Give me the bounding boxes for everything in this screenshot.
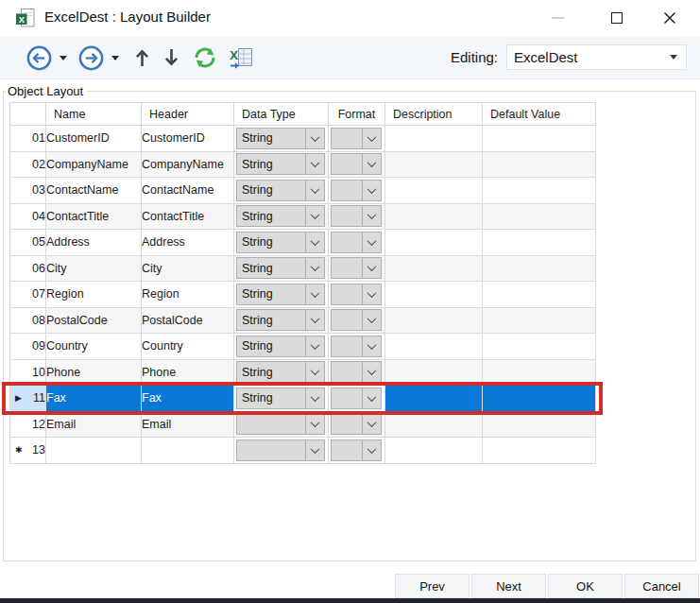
row-header-cell[interactable]: 12 bbox=[10, 411, 46, 438]
cell-header[interactable]: PostalCode bbox=[142, 307, 234, 334]
cell-description[interactable] bbox=[385, 438, 483, 464]
cell-name[interactable]: City bbox=[46, 255, 142, 282]
cell-default-value[interactable] bbox=[483, 334, 596, 360]
data-type-dropdown[interactable]: String bbox=[236, 153, 325, 175]
row-header-cell[interactable]: 05 bbox=[10, 230, 46, 256]
data-type-dropdown[interactable] bbox=[236, 413, 325, 435]
row-header-cell[interactable]: 03 bbox=[10, 178, 46, 204]
back-menu-button[interactable] bbox=[60, 56, 67, 60]
cell-name[interactable]: Fax bbox=[46, 386, 142, 412]
cell-header[interactable]: ContactName bbox=[142, 178, 234, 204]
format-dropdown[interactable] bbox=[331, 388, 382, 409]
ok-button[interactable]: OK bbox=[548, 574, 623, 598]
data-type-dropdown-button[interactable] bbox=[305, 129, 324, 148]
cell-default-value[interactable] bbox=[483, 203, 596, 230]
row-header-cell[interactable]: 07 bbox=[10, 282, 46, 308]
format-dropdown[interactable] bbox=[331, 128, 382, 149]
cell-description[interactable] bbox=[385, 307, 483, 334]
data-type-dropdown-button[interactable] bbox=[305, 233, 324, 252]
cell-description[interactable] bbox=[385, 386, 483, 412]
back-button[interactable] bbox=[26, 45, 52, 71]
cell-default-value[interactable] bbox=[483, 386, 596, 412]
cell-name[interactable]: Region bbox=[46, 282, 142, 308]
data-type-dropdown-button[interactable] bbox=[305, 154, 324, 174]
row-header-cell[interactable]: ▶11 bbox=[10, 386, 46, 412]
cell-description[interactable] bbox=[385, 334, 483, 360]
data-type-dropdown[interactable]: String bbox=[236, 388, 325, 409]
format-dropdown-button[interactable] bbox=[362, 414, 381, 434]
cell-default-value[interactable] bbox=[483, 126, 596, 152]
format-dropdown-button[interactable] bbox=[362, 181, 381, 200]
cell-default-value[interactable] bbox=[483, 282, 596, 308]
data-type-dropdown-button[interactable] bbox=[305, 258, 324, 278]
cell-description[interactable] bbox=[385, 178, 483, 204]
format-dropdown-button[interactable] bbox=[362, 310, 381, 330]
row-header-cell[interactable]: 10 bbox=[10, 359, 46, 386]
data-type-dropdown[interactable]: String bbox=[236, 309, 325, 331]
maximize-button[interactable] bbox=[603, 4, 631, 32]
format-dropdown[interactable] bbox=[331, 232, 382, 253]
column-header-default-value[interactable]: Default Value bbox=[483, 103, 596, 126]
cell-name[interactable]: Address bbox=[46, 230, 142, 256]
editing-combobox[interactable]: ExcelDest bbox=[506, 44, 687, 70]
data-type-dropdown-button[interactable] bbox=[305, 181, 324, 200]
format-dropdown[interactable] bbox=[331, 361, 382, 383]
cell-header[interactable]: City bbox=[142, 255, 234, 282]
format-dropdown-button[interactable] bbox=[362, 284, 381, 304]
data-type-dropdown-button[interactable] bbox=[305, 336, 324, 356]
close-button[interactable] bbox=[656, 4, 684, 32]
move-down-button[interactable] bbox=[163, 46, 179, 69]
cell-name[interactable]: ContactTitle bbox=[46, 203, 142, 230]
cell-description[interactable] bbox=[385, 151, 483, 178]
format-dropdown-button[interactable] bbox=[362, 154, 381, 174]
row-header-cell[interactable]: 06 bbox=[10, 255, 46, 282]
refresh-button[interactable] bbox=[193, 45, 217, 70]
cell-description[interactable] bbox=[385, 359, 483, 386]
data-type-dropdown[interactable]: String bbox=[236, 336, 325, 357]
cell-default-value[interactable] bbox=[483, 359, 596, 386]
cancel-button[interactable]: Cancel bbox=[624, 574, 699, 598]
cell-default-value[interactable] bbox=[483, 438, 596, 464]
column-header-header[interactable]: Header bbox=[142, 103, 234, 126]
cell-header[interactable]: ContactTitle bbox=[142, 203, 234, 230]
cell-header[interactable]: Fax bbox=[142, 386, 234, 412]
column-header-row[interactable] bbox=[10, 103, 46, 126]
cell-header[interactable]: Region bbox=[142, 282, 234, 308]
cell-name[interactable]: Email bbox=[46, 411, 142, 438]
cell-header[interactable]: CustomerID bbox=[142, 126, 234, 152]
cell-header[interactable]: Phone bbox=[142, 359, 234, 386]
cell-header[interactable] bbox=[142, 438, 234, 464]
cell-default-value[interactable] bbox=[483, 255, 596, 282]
row-header-cell[interactable]: 09 bbox=[10, 334, 46, 360]
cell-name[interactable] bbox=[46, 438, 142, 464]
cell-description[interactable] bbox=[385, 411, 483, 438]
column-header-description[interactable]: Description bbox=[385, 103, 483, 126]
data-type-dropdown-button[interactable] bbox=[305, 414, 324, 434]
format-dropdown-button[interactable] bbox=[362, 362, 381, 382]
data-type-dropdown-button[interactable] bbox=[305, 440, 324, 460]
cell-name[interactable]: Country bbox=[46, 334, 142, 360]
forward-button[interactable] bbox=[78, 45, 104, 71]
cell-description[interactable] bbox=[385, 126, 483, 152]
data-type-dropdown-button[interactable] bbox=[305, 362, 324, 382]
row-header-cell[interactable]: 02 bbox=[10, 151, 46, 178]
data-type-dropdown-button[interactable] bbox=[305, 206, 324, 226]
cell-default-value[interactable] bbox=[483, 411, 596, 438]
column-header-name[interactable]: Name bbox=[46, 103, 142, 126]
cell-header[interactable]: CompanyName bbox=[142, 151, 234, 178]
data-type-dropdown[interactable]: String bbox=[236, 205, 325, 227]
format-dropdown-button[interactable] bbox=[362, 336, 381, 356]
format-dropdown-button[interactable] bbox=[362, 388, 381, 408]
data-type-dropdown[interactable]: String bbox=[236, 128, 325, 149]
cell-header[interactable]: Country bbox=[142, 334, 234, 360]
format-dropdown[interactable] bbox=[331, 257, 382, 279]
row-header-cell[interactable]: 04 bbox=[10, 203, 46, 230]
data-type-dropdown-button[interactable] bbox=[305, 310, 324, 330]
data-type-dropdown[interactable]: String bbox=[236, 180, 325, 201]
data-type-dropdown[interactable] bbox=[236, 439, 325, 461]
cell-default-value[interactable] bbox=[483, 230, 596, 256]
format-dropdown-button[interactable] bbox=[362, 206, 381, 226]
row-header-cell[interactable]: ✱13 bbox=[10, 438, 46, 464]
cell-name[interactable]: CompanyName bbox=[46, 151, 142, 178]
cell-header[interactable]: Address bbox=[142, 230, 234, 256]
